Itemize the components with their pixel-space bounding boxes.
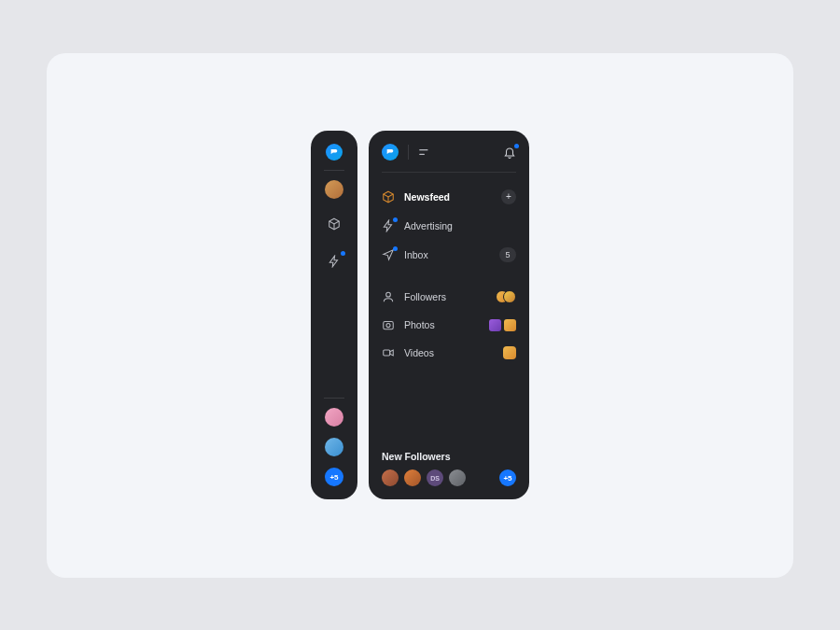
svg-point-0 [386, 292, 391, 297]
svg-rect-1 [384, 322, 394, 329]
nav-label: Newsfeed [404, 191, 450, 203]
nav-label: Photos [404, 319, 435, 330]
nav-list: Newsfeed + Advertising [382, 182, 516, 367]
rail-follower-avatar-2[interactable] [325, 438, 343, 456]
nav-item-followers[interactable]: Followers [382, 283, 516, 311]
nav-item-videos[interactable]: Videos [382, 339, 516, 367]
more-followers-button[interactable]: +5 [499, 469, 516, 486]
nav-item-newsfeed[interactable]: Newsfeed + [382, 182, 516, 212]
camera-icon [382, 318, 395, 331]
rail-follower-avatar-1[interactable] [325, 408, 343, 427]
panel-header [382, 144, 516, 173]
rail-advertising-icon[interactable] [326, 253, 343, 270]
photo-thumb [504, 319, 516, 331]
svg-rect-3 [384, 350, 390, 356]
box-icon [382, 190, 395, 203]
nav-label: Followers [404, 291, 446, 302]
video-thumb [503, 346, 516, 359]
photo-thumb [489, 319, 501, 331]
rail-divider-2 [324, 398, 344, 399]
nav-label: Inbox [404, 249, 428, 260]
send-icon [382, 248, 395, 261]
sidebar-panel-expanded: Newsfeed + Advertising [369, 131, 529, 499]
nav-label: Advertising [404, 220, 453, 231]
rail-divider [324, 170, 344, 171]
bolt-icon [382, 219, 395, 232]
rail-newsfeed-icon[interactable] [326, 216, 343, 232]
new-followers-title: New Followers [382, 451, 516, 462]
followers-preview [496, 290, 516, 303]
collapse-icon[interactable] [418, 147, 431, 157]
new-followers-row: DS +5 [382, 469, 516, 486]
notifications-badge [514, 144, 519, 148]
header-divider [408, 145, 409, 160]
follower-avatar[interactable] [449, 469, 466, 486]
rail-avatar-current-user[interactable] [325, 180, 343, 199]
panel-logo-icon[interactable] [382, 144, 399, 161]
follower-avatar-initials[interactable]: DS [427, 469, 443, 486]
nav-label: Videos [404, 347, 434, 358]
nav-item-advertising[interactable]: Advertising [382, 212, 516, 240]
follower-thumb [503, 290, 516, 303]
video-icon [382, 346, 395, 359]
notifications-button[interactable] [503, 146, 516, 159]
advertising-badge [393, 217, 398, 222]
user-icon [382, 290, 395, 303]
nav-item-inbox[interactable]: Inbox 5 [382, 240, 516, 270]
nav-item-photos[interactable]: Photos [382, 311, 516, 339]
inbox-badge [393, 246, 398, 251]
app-card: +5 [47, 53, 793, 578]
sidebar-rail-collapsed: +5 [311, 131, 357, 499]
photos-preview [489, 319, 516, 331]
rail-advertising-badge [341, 251, 345, 256]
logo-icon[interactable] [326, 144, 343, 161]
follower-avatar[interactable] [404, 469, 421, 486]
follower-avatar[interactable] [382, 469, 399, 486]
rail-more-followers[interactable]: +5 [325, 468, 343, 486]
newsfeed-add-button[interactable]: + [501, 189, 516, 204]
inbox-count: 5 [499, 247, 516, 262]
svg-point-2 [386, 324, 390, 328]
